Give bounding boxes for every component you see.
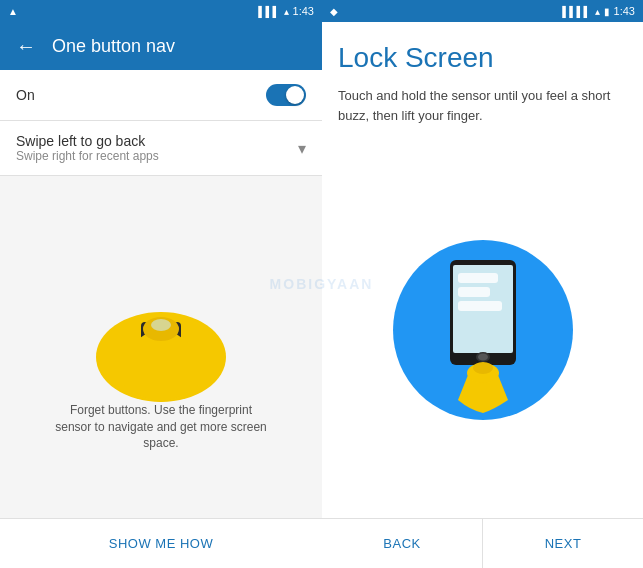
back-nav-button[interactable]: BACK xyxy=(322,519,483,568)
left-caption: Forget buttons. Use the fingerprint sens… xyxy=(51,402,271,452)
swipe-main-text: Swipe left to go back xyxy=(16,133,159,149)
back-button[interactable]: ← xyxy=(16,35,36,58)
wifi-icon: ▲ xyxy=(8,6,18,17)
svg-point-12 xyxy=(473,362,493,374)
svg-point-3 xyxy=(151,319,171,331)
wifi-icon-right: ▴ xyxy=(595,6,600,17)
svg-rect-7 xyxy=(458,287,490,297)
svg-rect-6 xyxy=(458,273,498,283)
lock-screen-description: Touch and hold the sensor until you feel… xyxy=(338,86,627,125)
signal-icon-right: ▌▌▌▌ xyxy=(562,6,590,17)
toggle-label: On xyxy=(16,87,35,103)
battery-icon-right: ▮ xyxy=(604,6,610,17)
next-nav-label: NEXT xyxy=(545,536,582,551)
svg-rect-8 xyxy=(458,301,502,311)
signal-icon: ▌▌▌ xyxy=(258,6,279,17)
status-bar-right: ◆ ▌▌▌▌ ▴ ▮ 1:43 xyxy=(322,0,643,22)
photo-icon: ◆ xyxy=(330,6,338,17)
swipe-sub-text: Swipe right for recent apps xyxy=(16,149,159,163)
left-illustration: Forget buttons. Use the fingerprint sens… xyxy=(0,176,322,518)
lock-screen-title: Lock Screen xyxy=(338,42,627,74)
bottom-nav-right: BACK NEXT xyxy=(322,518,643,568)
status-bar-left: ▲ ▌▌▌ ▴ 1:43 xyxy=(0,0,322,22)
time-right: 1:43 xyxy=(614,5,635,17)
next-nav-button[interactable]: NEXT xyxy=(483,519,643,568)
toggle-row: On xyxy=(0,70,322,121)
left-panel: ▲ ▌▌▌ ▴ 1:43 ← One button nav On Swipe l… xyxy=(0,0,322,568)
right-content: Lock Screen Touch and hold the sensor un… xyxy=(322,22,643,518)
show-me-how-button[interactable]: SHOW ME HOW xyxy=(0,518,322,568)
wifi-icon-left: ▴ xyxy=(284,6,289,17)
show-me-how-label: SHOW ME HOW xyxy=(109,536,213,551)
swipe-row[interactable]: Swipe left to go back Swipe right for re… xyxy=(0,121,322,176)
time-left: 1:43 xyxy=(293,5,314,17)
back-nav-label: BACK xyxy=(383,536,420,551)
chevron-down-icon: ▾ xyxy=(298,139,306,158)
status-icons-right: ▌▌▌▌ ▴ ▮ 1:43 xyxy=(562,5,635,17)
status-icons-left: ▌▌▌ ▴ 1:43 xyxy=(258,5,314,17)
phone-in-circle-svg xyxy=(398,245,568,415)
svg-point-10 xyxy=(478,353,488,360)
right-panel: ◆ ▌▌▌▌ ▴ ▮ 1:43 Lock Screen Touch and ho… xyxy=(322,0,643,568)
toggle-switch[interactable] xyxy=(266,84,306,106)
swipe-text: Swipe left to go back Swipe right for re… xyxy=(16,133,159,163)
header-bar-left: ← One button nav xyxy=(0,22,322,70)
phone-illustration xyxy=(338,141,627,518)
page-title-left: One button nav xyxy=(52,36,175,57)
phone-circle xyxy=(393,240,573,420)
fingerprint-illustration xyxy=(81,242,241,402)
